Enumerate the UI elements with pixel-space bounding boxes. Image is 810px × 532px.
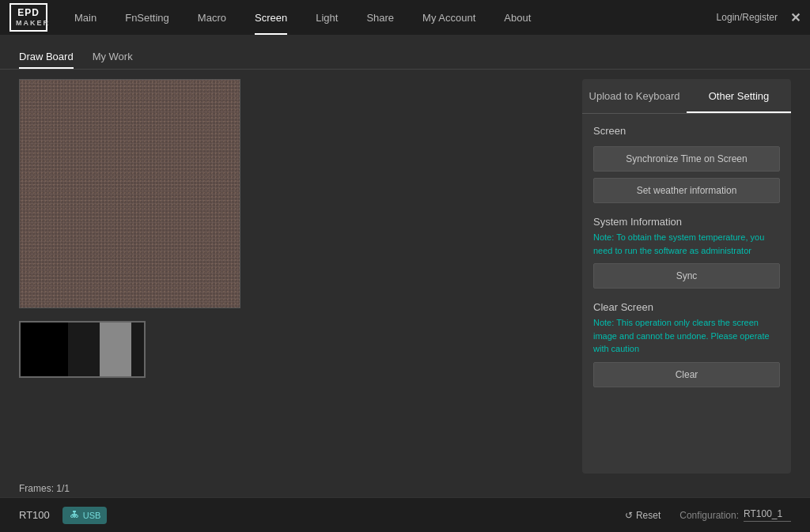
subtab-mywork[interactable]: My Work <box>93 34 133 69</box>
close-button[interactable]: ✕ <box>790 10 801 25</box>
subtabs: Draw Board My Work <box>0 35 810 70</box>
device-name: RT100 <box>19 509 50 521</box>
subtab-drawboard[interactable]: Draw Board <box>19 34 74 69</box>
titlebar-right: Login/Register ✕ <box>717 0 801 35</box>
clear-section-label: Clear Screen <box>593 301 780 313</box>
clear-button[interactable]: Clear <box>593 362 780 387</box>
nav-main[interactable]: Main <box>60 0 111 35</box>
screen-section-label: Screen <box>593 125 780 137</box>
system-warning-text: Note: To obtain the system temperature, … <box>593 231 780 257</box>
reset-icon: ↺ <box>625 510 633 521</box>
nav-macro[interactable]: Macro <box>184 0 240 35</box>
titlebar: EPD MAKER Main FnSetting Macro Screen Li… <box>0 0 810 35</box>
nav-screen[interactable]: Screen <box>240 0 301 35</box>
left-column <box>19 79 570 474</box>
login-button[interactable]: Login/Register <box>717 12 778 23</box>
config-label: Configuration: <box>679 510 739 521</box>
usb-icon <box>69 510 80 521</box>
panel-tab-upload[interactable]: Upload to Keyboard <box>582 79 687 113</box>
nav-fnsetting[interactable]: FnSetting <box>111 0 184 35</box>
set-weather-button[interactable]: Set weather information <box>593 178 780 203</box>
nav-myaccount[interactable]: My Account <box>408 0 490 35</box>
statusbar: RT100 USB ↺ Reset Configuration: RT100_1 <box>0 497 810 532</box>
config-value: RT100_1 <box>744 508 791 522</box>
usb-label: USB <box>83 511 101 520</box>
svg-point-3 <box>70 515 73 517</box>
nav-about[interactable]: About <box>490 0 545 35</box>
sync-button[interactable]: Sync <box>593 263 780 289</box>
clear-warning-text: Note: This operation only clears the scr… <box>593 316 780 356</box>
svg-rect-0 <box>73 511 76 512</box>
right-panel: Upload to Keyboard Other Setting Screen … <box>582 79 791 474</box>
panel-tabs: Upload to Keyboard Other Setting <box>582 79 791 114</box>
config-area: Configuration: RT100_1 <box>679 508 791 522</box>
frame-dark-region <box>68 323 100 376</box>
status-right: ↺ Reset Configuration: RT100_1 <box>625 508 791 522</box>
sync-time-button[interactable]: Synchronize Time on Screen <box>593 146 780 172</box>
panel-tab-other[interactable]: Other Setting <box>687 79 791 113</box>
main-nav: Main FnSetting Macro Screen Light Share … <box>60 0 801 35</box>
nav-share[interactable]: Share <box>352 0 408 35</box>
frame-black-region <box>21 323 68 376</box>
app-logo: EPD MAKER <box>9 3 47 31</box>
usb-indicator: USB <box>62 507 108 524</box>
frame-gray-region <box>100 323 131 376</box>
nav-light[interactable]: Light <box>301 0 352 35</box>
draw-canvas[interactable] <box>19 79 240 308</box>
content-area: Upload to Keyboard Other Setting Screen … <box>0 70 810 483</box>
panel-content: Screen Synchronize Time on Screen Set we… <box>582 114 791 474</box>
frames-row: Frames: 1/1 <box>0 483 810 497</box>
frame-preview <box>19 321 146 378</box>
system-section-label: System Information <box>593 216 780 228</box>
reset-label: Reset <box>636 510 660 521</box>
svg-point-4 <box>75 515 78 517</box>
reset-button[interactable]: ↺ Reset <box>625 510 660 521</box>
frames-label: Frames: 1/1 <box>19 483 70 494</box>
